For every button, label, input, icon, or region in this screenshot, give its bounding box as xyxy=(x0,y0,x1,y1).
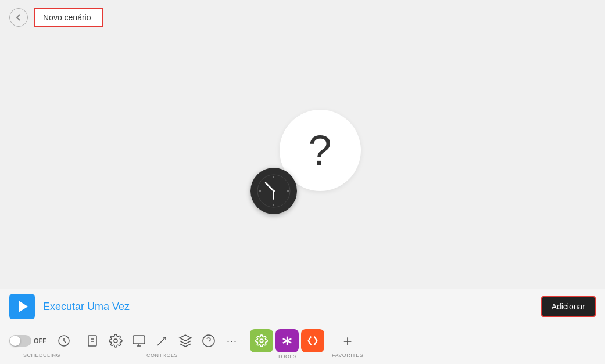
wand-icon xyxy=(155,334,169,348)
play-icon xyxy=(19,301,28,312)
document-icon xyxy=(85,334,99,348)
execute-label: Executar Uma Vez xyxy=(43,301,130,313)
clock-icon xyxy=(250,168,297,214)
tools-section: TOOLS xyxy=(250,329,324,359)
toolbar: Executar Uma Vez Adicionar OFF xyxy=(0,289,605,364)
gear-icon xyxy=(109,334,123,348)
green-gear-icon xyxy=(255,334,268,347)
tools-label: TOOLS xyxy=(278,354,297,359)
plane-button[interactable] xyxy=(175,330,196,351)
toggle-thumb xyxy=(10,336,20,346)
tools-orange-button[interactable] xyxy=(301,329,324,352)
plus-icon: + xyxy=(343,332,352,350)
header: Novo cenário xyxy=(0,0,605,35)
main-content: ? xyxy=(0,35,605,289)
more-dots-icon: ··· xyxy=(227,335,237,347)
settings-button[interactable] xyxy=(105,330,126,351)
toggle-off-label: OFF xyxy=(34,337,46,344)
svg-point-20 xyxy=(260,339,263,343)
more-button[interactable]: ··· xyxy=(221,330,242,351)
help-button[interactable] xyxy=(198,330,219,351)
brackets-icon xyxy=(306,334,319,347)
divider-2 xyxy=(246,333,246,356)
svg-line-17 xyxy=(157,344,159,345)
favorites-section: + FAVORITES xyxy=(332,330,363,358)
controls-label: CONTROLS xyxy=(146,352,178,358)
toggle-group: OFF xyxy=(9,330,46,351)
adicionar-container: Adicionar xyxy=(541,296,596,317)
add-favorite-button[interactable]: + xyxy=(337,330,358,351)
svg-rect-13 xyxy=(133,336,145,344)
icons-row: OFF SCHEDULING xyxy=(0,324,605,362)
execute-row: Executar Uma Vez Adicionar xyxy=(0,289,605,324)
scenario-title: Novo cenário xyxy=(34,8,103,27)
asterisk-icon xyxy=(281,334,293,347)
document-button[interactable] xyxy=(82,330,103,351)
question-mark-icon: ? xyxy=(308,129,331,171)
controls-section: ··· CONTROLS xyxy=(82,330,242,358)
toggle-switch[interactable] xyxy=(9,335,31,347)
scheduling-section: OFF SCHEDULING xyxy=(9,330,74,358)
tools-green-button[interactable] xyxy=(250,329,273,352)
adicionar-tooltip[interactable]: Adicionar xyxy=(541,296,596,317)
tools-purple-button[interactable] xyxy=(275,329,299,352)
clock-icon xyxy=(57,334,71,348)
help-icon xyxy=(202,334,216,348)
divider-1 xyxy=(78,333,78,356)
magic-button[interactable] xyxy=(152,330,173,351)
monitor-icon xyxy=(132,334,146,348)
favorites-label: FAVORITES xyxy=(332,352,363,358)
svg-point-18 xyxy=(203,335,214,347)
illustration: ? xyxy=(245,104,361,220)
svg-rect-9 xyxy=(88,336,96,346)
svg-line-16 xyxy=(159,337,166,344)
play-button[interactable] xyxy=(9,294,35,319)
plane-icon xyxy=(178,334,192,348)
svg-point-12 xyxy=(114,339,117,343)
back-button[interactable] xyxy=(9,8,28,27)
divider-3 xyxy=(328,333,328,356)
scheduling-label: SCHEDULING xyxy=(23,352,60,358)
monitor-button[interactable] xyxy=(128,330,149,351)
scheduling-clock-button[interactable] xyxy=(53,330,74,351)
